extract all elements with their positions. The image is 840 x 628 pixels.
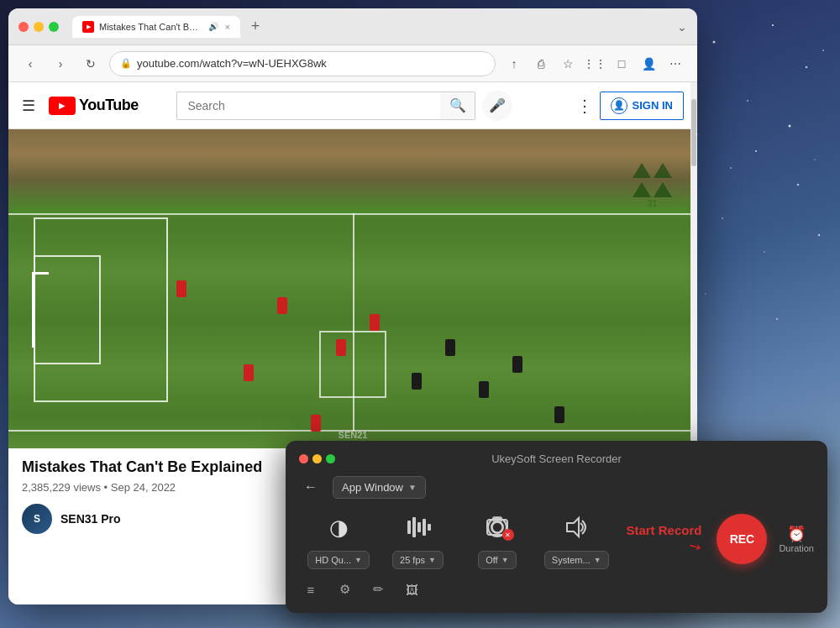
fps-dropdown[interactable]: 25 fps ▼ (392, 551, 444, 569)
active-tab[interactable]: Mistakes That Can't Be Ex… 🔊 × (72, 16, 240, 38)
channel-name[interactable]: SEN31 Pro (60, 512, 121, 526)
recorder-bottom-row: ≡ ⚙ ✏ 🖼 (299, 578, 814, 601)
address-input-wrap[interactable]: 🔒 youtube.com/watch?v=wN-UEHXG8wk (109, 51, 496, 76)
svg-point-22 (492, 522, 502, 532)
list-icon[interactable]: ≡ (299, 578, 323, 601)
browser-toolbar: ↑ ⎙ ☆ ⋮⋮ □ 👤 ⋯ (502, 52, 687, 76)
youtube-logo-icon (49, 97, 76, 115)
speaker-button[interactable] (558, 509, 595, 546)
mode-dropdown-arrow-icon: ▼ (408, 483, 417, 492)
youtube-logo[interactable]: YouTube (49, 97, 139, 115)
recorder-close-button[interactable] (299, 454, 308, 463)
signin-label: SIGN IN (633, 99, 673, 112)
duration-label: Duration (779, 543, 814, 553)
recorder-panel: UkeySoft Screen Recorder ← App Window ▼ … (286, 441, 827, 613)
address-bar: ‹ › ↻ 🔒 youtube.com/watch?v=wN-UEHXG8wk … (8, 45, 697, 82)
fps-arrow-icon: ▼ (428, 556, 436, 564)
profile-icon[interactable]: 👤 (637, 52, 660, 76)
close-window-button[interactable] (18, 22, 29, 32)
rec-button[interactable]: REC (717, 514, 767, 564)
camera-group: ✕ Off ▼ (458, 509, 537, 569)
back-button[interactable]: ‹ (18, 52, 42, 76)
player-figure (311, 415, 321, 432)
goal-crossbar (32, 272, 49, 275)
refresh-button[interactable]: ↻ (79, 52, 102, 76)
tab-close-button[interactable]: × (225, 22, 230, 32)
image-icon[interactable]: 🖼 (400, 578, 423, 601)
youtube-logo-text: YouTube (79, 97, 139, 114)
quality-arrow-icon: ▼ (354, 556, 362, 564)
center-circle (319, 331, 386, 398)
rec-label: REC (730, 532, 755, 546)
youtube-search-button[interactable]: 🔍 (440, 92, 475, 120)
youtube-signin-button[interactable]: 👤 SIGN IN (600, 92, 684, 120)
arrow-pointing-to-rec: ➘ (685, 535, 706, 557)
quality-icon-button[interactable]: ◑ (320, 509, 357, 546)
player-figure (336, 339, 346, 356)
camera-dropdown[interactable]: Off ▼ (478, 551, 516, 569)
bookmark-icon[interactable]: ☆ (556, 52, 580, 76)
youtube-menu-icon[interactable]: ☰ (22, 97, 35, 115)
player-figure (244, 364, 254, 381)
new-tab-button[interactable]: + (244, 15, 267, 39)
start-record-label: Start Record (626, 523, 701, 537)
view-count: 2,385,229 views (22, 481, 101, 494)
channel-avatar[interactable]: S (22, 504, 52, 534)
tab-expand-button[interactable]: ⌄ (677, 20, 687, 34)
rec-section: Start Record ➘ REC ⏰ Duration (626, 514, 814, 564)
audio-system-dropdown[interactable]: System... ▼ (544, 551, 609, 569)
maximize-window-button[interactable] (49, 22, 59, 32)
youtube-search-input[interactable] (176, 92, 440, 120)
camera-button[interactable]: ✕ (479, 509, 516, 546)
camera-label: Off (486, 555, 497, 565)
svg-rect-20 (428, 524, 431, 531)
field-line-center (353, 213, 354, 432)
svg-marker-26 (567, 518, 579, 536)
extensions-icon[interactable]: ⋮⋮ (583, 52, 606, 76)
video-bottom-watermark: SEN21 (339, 430, 368, 440)
audio-bars-button[interactable] (400, 509, 437, 546)
svg-rect-18 (417, 522, 421, 532)
svg-rect-17 (412, 517, 416, 537)
recorder-mode-dropdown[interactable]: App Window ▼ (333, 476, 426, 499)
separator: • (104, 481, 111, 494)
quality-label: HD Qu... (315, 555, 351, 565)
recorder-title: UkeySoft Screen Recorder (491, 453, 622, 465)
signin-person-icon: 👤 (611, 97, 627, 114)
duration-section: ⏰ Duration (779, 525, 814, 553)
browser-menu-icon[interactable]: ⋯ (664, 52, 687, 76)
recorder-back-button[interactable]: ← (299, 475, 323, 499)
svg-rect-19 (423, 519, 426, 536)
video-inner: 31 SEN21 (8, 129, 697, 448)
forward-button[interactable]: › (49, 52, 72, 76)
player-figure-dark (554, 406, 564, 423)
video-player[interactable]: 31 SEN21 (8, 129, 697, 448)
tab-audio-icon: 🔊 (208, 22, 218, 31)
split-view-icon[interactable]: □ (610, 52, 633, 76)
audio-bars-icon (406, 514, 431, 541)
camera-arrow-icon: ▼ (501, 556, 509, 564)
fps-label: 25 fps (400, 555, 425, 565)
scrollbar-thumb[interactable] (691, 99, 696, 166)
recorder-maximize-button[interactable] (326, 454, 335, 463)
recorder-minimize-button[interactable] (312, 454, 322, 463)
video-watermark: 31 (633, 163, 672, 208)
download-icon[interactable]: ↑ (502, 52, 526, 76)
youtube-search-wrap: 🔍 🎤 (176, 91, 512, 121)
tab-title: Mistakes That Can't Be Ex… (99, 22, 203, 32)
minimize-window-button[interactable] (34, 22, 44, 32)
youtube-mic-button[interactable]: 🎤 (482, 91, 512, 121)
quality-dropdown[interactable]: HD Qu... ▼ (307, 551, 370, 569)
youtube-more-options[interactable]: ⋮ (576, 96, 593, 116)
youtube-header: ☰ YouTube 🔍 🎤 ⋮ 👤 SIGN IN (8, 82, 697, 129)
edit-icon[interactable]: ✏ (366, 578, 390, 601)
quality-group: ◑ HD Qu... ▼ (299, 509, 378, 569)
share-icon[interactable]: ⎙ (529, 52, 553, 76)
recorder-mode-row: ← App Window ▼ (299, 475, 814, 499)
goal-post (32, 272, 35, 348)
soccer-field (8, 129, 697, 448)
settings-icon[interactable]: ⚙ (333, 578, 356, 601)
audio-arrow-icon: ▼ (594, 556, 601, 564)
speaker-group: System... ▼ (537, 509, 616, 569)
recorder-titlebar: UkeySoft Screen Recorder (299, 453, 814, 465)
